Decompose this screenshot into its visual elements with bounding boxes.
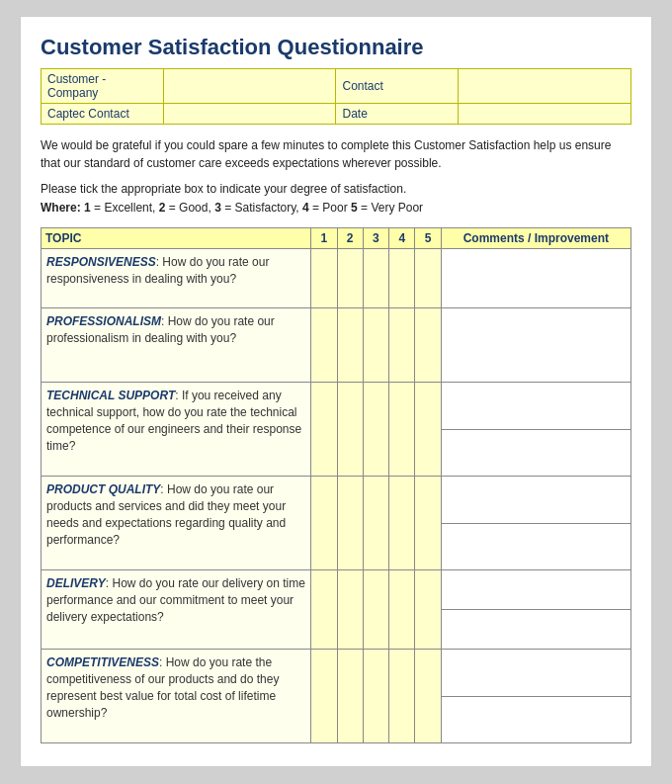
table-row: RESPONSIVENESS: How do you rate our resp… [42, 249, 631, 308]
info-value[interactable] [163, 69, 336, 104]
topic-cell: PROFESSIONALISM: How do you rate our pro… [42, 308, 311, 383]
table-row: TECHNICAL SUPPORT: If you received any t… [42, 383, 631, 477]
comments-cell[interactable] [441, 477, 630, 570]
comments-half[interactable] [442, 610, 630, 649]
rating-cell[interactable] [337, 650, 363, 743]
rating-cell[interactable] [337, 308, 363, 383]
rating-cell[interactable] [415, 570, 441, 650]
scale-value: 2 = Good, [159, 201, 214, 215]
rating-cell[interactable] [389, 249, 415, 308]
scale-instruction: Please tick the appropriate box to indic… [41, 180, 631, 218]
num-header: 4 [389, 228, 415, 249]
rating-cell[interactable] [389, 570, 415, 650]
comments-split [442, 383, 630, 476]
scale-value: 4 = Poor [302, 201, 351, 215]
rating-cell[interactable] [311, 650, 337, 743]
rating-cell[interactable] [363, 383, 388, 477]
topic-header: TOPIC [42, 228, 311, 249]
info-value[interactable] [163, 104, 336, 125]
rating-cell[interactable] [311, 477, 337, 570]
topic-keyword: DELIVERY [46, 576, 106, 590]
rating-cell[interactable] [363, 249, 388, 308]
rating-cell[interactable] [363, 570, 388, 650]
rating-cell[interactable] [363, 650, 388, 743]
rating-cell[interactable] [337, 477, 363, 570]
rating-cell[interactable] [337, 570, 363, 650]
page-title: Customer Satisfaction Questionnaire [41, 35, 631, 60]
rating-cell[interactable] [311, 249, 337, 308]
info-label: Customer - Company [42, 69, 164, 104]
comments-header: Comments / Improvement [441, 228, 630, 249]
topic-cell: RESPONSIVENESS: How do you rate our resp… [42, 249, 311, 308]
page-container: Customer Satisfaction Questionnaire Cust… [20, 16, 652, 767]
table-row: PRODUCT QUALITY: How do you rate our pro… [42, 477, 631, 570]
num-header: 2 [337, 228, 363, 249]
num-header: 5 [415, 228, 441, 249]
comments-split [442, 650, 630, 742]
rating-cell[interactable] [389, 650, 415, 743]
info-value[interactable] [459, 104, 631, 125]
rating-cell[interactable] [389, 308, 415, 383]
rating-cell[interactable] [415, 383, 441, 477]
scale-value: 5 = Very Poor [351, 201, 423, 215]
topic-keyword: COMPETITIVENESS [46, 655, 159, 669]
info-row: Captec ContactDate [42, 104, 631, 125]
topic-keyword: PROFESSIONALISM [46, 314, 161, 328]
info-label: Date [336, 104, 459, 125]
comments-cell[interactable] [441, 383, 630, 477]
topic-cell: COMPETITIVENESS: How do you rate the com… [42, 650, 311, 743]
comments-half[interactable] [442, 697, 630, 743]
rating-cell[interactable] [311, 308, 337, 383]
comments-cell[interactable] [441, 308, 630, 383]
rating-cell[interactable] [415, 249, 441, 308]
info-value[interactable] [459, 69, 631, 104]
comments-half[interactable] [442, 477, 630, 524]
rating-cell[interactable] [415, 650, 441, 743]
scale-where: Where: 1 = Excellent, 2 = Good, 3 = Sati… [41, 201, 423, 215]
table-row: PROFESSIONALISM: How do you rate our pro… [42, 308, 631, 383]
topic-keyword: PRODUCT QUALITY [46, 482, 160, 496]
info-table: Customer - CompanyContactCaptec ContactD… [41, 68, 631, 125]
table-row: DELIVERY: How do you rate our delivery o… [42, 570, 631, 650]
rating-cell[interactable] [363, 308, 388, 383]
comments-half[interactable] [442, 570, 630, 610]
topic-keyword: TECHNICAL SUPPORT [46, 389, 175, 402]
questionnaire-table: TOPIC12345Comments / Improvement RESPONS… [41, 227, 631, 743]
info-label: Captec Contact [42, 104, 164, 125]
comments-split [442, 570, 630, 649]
scale-value: 1 = Excellent, [84, 201, 159, 215]
num-header: 3 [363, 228, 388, 249]
comments-cell[interactable] [441, 249, 630, 308]
scale-value: 3 = Satisfactory, [214, 201, 302, 215]
num-header: 1 [311, 228, 337, 249]
rating-cell[interactable] [311, 570, 337, 650]
comments-cell[interactable] [441, 570, 630, 650]
info-row: Customer - CompanyContact [42, 69, 631, 104]
topic-cell: DELIVERY: How do you rate our delivery o… [42, 570, 311, 650]
rating-cell[interactable] [337, 383, 363, 477]
rating-cell[interactable] [311, 383, 337, 477]
comments-half[interactable] [442, 383, 630, 430]
comments-split [442, 477, 630, 569]
rating-cell[interactable] [415, 477, 441, 570]
info-label: Contact [336, 69, 459, 104]
rating-cell[interactable] [415, 308, 441, 383]
topic-keyword: RESPONSIVENESS [46, 255, 156, 269]
rating-cell[interactable] [337, 249, 363, 308]
topic-cell: TECHNICAL SUPPORT: If you received any t… [42, 383, 311, 477]
comments-half[interactable] [442, 524, 630, 570]
topic-cell: PRODUCT QUALITY: How do you rate our pro… [42, 477, 311, 570]
rating-cell[interactable] [363, 477, 388, 570]
rating-cell[interactable] [389, 477, 415, 570]
rating-cell[interactable] [389, 383, 415, 477]
table-header: TOPIC12345Comments / Improvement [42, 228, 631, 249]
comments-cell[interactable] [441, 650, 630, 743]
intro-text: We would be grateful if you could spare … [41, 136, 631, 172]
comments-half[interactable] [442, 430, 630, 477]
comments-half[interactable] [442, 650, 630, 697]
table-row: COMPETITIVENESS: How do you rate the com… [42, 650, 631, 743]
